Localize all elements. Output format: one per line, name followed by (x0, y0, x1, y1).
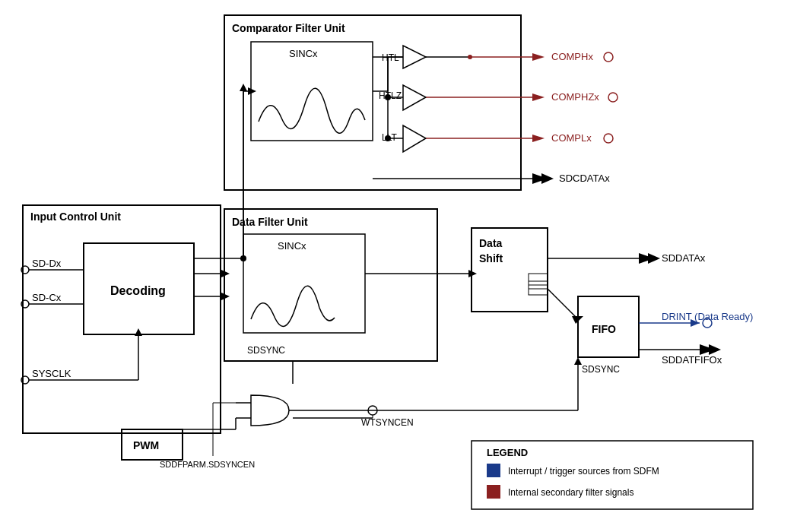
block-diagram: Input Control Unit Decoding SD-Dx SD-Cx … (0, 0, 797, 532)
svg-marker-55 (248, 87, 256, 95)
svg-marker-31 (532, 135, 545, 142)
fifo-label: FIFO (592, 323, 616, 335)
sddfparm-label: SDDFPARM.SDSYNCEN (160, 460, 255, 469)
svg-rect-0 (23, 205, 221, 433)
svg-marker-17 (532, 53, 545, 61)
data-shift-label: Data (479, 237, 503, 249)
comphzx-label: COMPHZx (551, 91, 599, 103)
svg-marker-52 (221, 293, 230, 300)
htl-label: HTL (382, 52, 399, 63)
svg-marker-9 (135, 328, 142, 336)
data-shift-label2: Shift (479, 252, 503, 264)
svg-rect-86 (487, 464, 500, 477)
legend-item2: Internal secondary filter signals (508, 487, 633, 498)
svg-marker-50 (221, 270, 230, 277)
sincx-1-label: SINCx (289, 48, 318, 59)
svg-marker-71 (709, 344, 721, 355)
pwm-label: PWM (133, 439, 159, 451)
svg-marker-63 (648, 253, 660, 264)
svg-rect-42 (529, 274, 548, 295)
input-control-unit-label: Input Control Unit (30, 211, 121, 223)
comparator-filter-unit-label: Comparator Filter Unit (232, 22, 345, 34)
svg-point-25 (608, 93, 618, 102)
svg-marker-77 (574, 357, 582, 365)
sdcdatax-label: SDCDATAx (559, 173, 610, 184)
sd-cx-label: SD-Cx (32, 292, 62, 303)
svg-marker-26 (403, 125, 426, 152)
drint-label: DRINT (Data Ready) (662, 311, 753, 322)
legend-item1: Interrupt / trigger sources from SDFM (508, 466, 659, 477)
sdsync-dfu-label: SDSYNC (247, 345, 285, 356)
svg-line-64 (548, 289, 578, 319)
svg-rect-87 (487, 485, 500, 499)
svg-marker-24 (532, 93, 545, 101)
svg-rect-36 (224, 209, 437, 361)
sd-dx-label: SD-Dx (32, 258, 62, 269)
svg-marker-19 (403, 85, 426, 110)
comphx-label: COMPHx (551, 51, 593, 62)
svg-point-32 (604, 134, 613, 143)
sddatfifox-label: SDDATFIFOx (662, 354, 722, 366)
sddatax-label: SDDATAx (662, 252, 706, 264)
svg-point-18 (604, 52, 613, 62)
sdsync-fifo-label: SDSYNC (582, 364, 620, 375)
legend-title: LEGEND (487, 447, 528, 458)
svg-marker-35 (541, 173, 554, 184)
sincx-2-label: SINCx (278, 240, 306, 252)
svg-marker-47 (240, 84, 247, 91)
wtsyncen-label: WTSYNCEN (361, 417, 414, 428)
complx-label: COMPLx (551, 132, 592, 144)
svg-marker-12 (403, 46, 426, 68)
decoding-label: Decoding (110, 284, 166, 297)
svg-marker-60 (468, 270, 477, 277)
sysclk-label: SYSCLK (32, 368, 71, 379)
